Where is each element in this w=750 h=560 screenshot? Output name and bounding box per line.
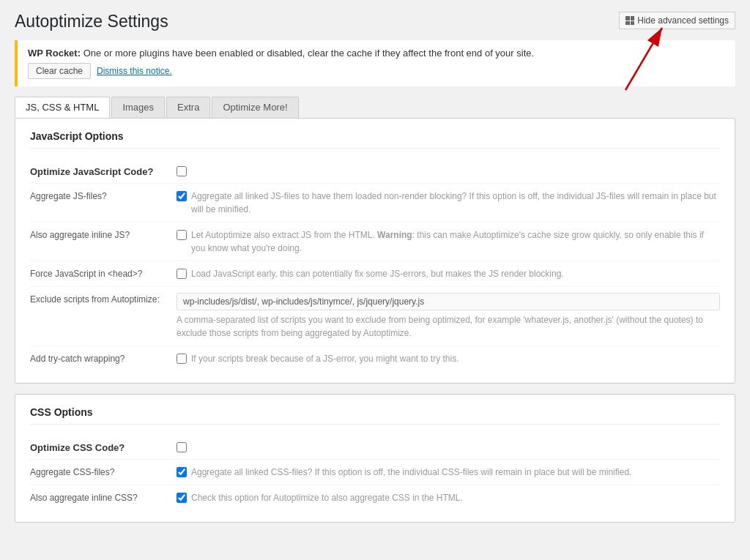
checkbox-aggregate-inline-css[interactable] — [177, 493, 187, 503]
option-optimize-js: Optimize JavaScript Code? — [30, 159, 720, 184]
option-label-aggregate-css: Aggregate CSS-files? — [30, 466, 177, 477]
checkbox-force-js-head[interactable] — [177, 269, 187, 279]
desc-aggregate-inline-js: Let Autoptimize also extract JS from the… — [191, 228, 720, 255]
option-content-optimize-css — [177, 441, 720, 452]
desc-try-catch: If your scripts break because of a JS-er… — [191, 352, 458, 365]
tab-extra[interactable]: Extra — [166, 97, 210, 118]
option-label-aggregate-js: Aggregate JS-files? — [30, 190, 177, 201]
option-label-optimize-css: Optimize CSS Code? — [30, 441, 177, 453]
checkbox-wrap-inline-css: Check this option for Autoptimize to als… — [177, 491, 720, 504]
input-wrap-exclude-scripts: A comma-separated list of scripts you wa… — [177, 293, 720, 340]
option-force-js-head: Force JavaScript in <head>? Load JavaScr… — [30, 261, 720, 287]
page-header: Autoptimize Settings Hide advanced setti… — [15, 12, 735, 31]
tabs-nav: JS, CSS & HTML Images Extra Optimize Mor… — [15, 97, 735, 118]
tab-optimize-more[interactable]: Optimize More! — [212, 97, 298, 118]
option-label-exclude-scripts: Exclude scripts from Autoptimize: — [30, 293, 177, 305]
checkbox-try-catch[interactable] — [177, 354, 187, 364]
hide-advanced-label: Hide advanced settings — [637, 15, 729, 26]
option-aggregate-inline-js: Also aggregate inline JS? Let Autoptimiz… — [30, 223, 720, 261]
dismiss-notice-link[interactable]: Dismiss this notice. — [97, 66, 172, 76]
css-section-title: CSS Options — [30, 406, 720, 425]
desc-aggregate-inline-css: Check this option for Autoptimize to als… — [191, 491, 463, 504]
javascript-section-title: JavaScript Options — [30, 130, 720, 149]
option-try-catch: Add try-catch wrapping? If your scripts … — [30, 346, 720, 371]
option-content-optimize-js — [177, 165, 720, 176]
desc-aggregate-css: Aggregate all linked CSS-files? If this … — [191, 466, 631, 479]
checkbox-optimize-css[interactable] — [177, 442, 187, 452]
option-content-aggregate-css: Aggregate all linked CSS-files? If this … — [177, 466, 720, 479]
notice-plugin-name: WP Rocket: — [28, 48, 81, 59]
checkbox-wrap-force-js: Load JavaScript early, this can potentia… — [177, 267, 720, 280]
checkbox-aggregate-inline-js[interactable] — [177, 230, 187, 240]
checkbox-wrap-try-catch: If your scripts break because of a JS-er… — [177, 352, 720, 365]
desc-aggregate-js: Aggregate all linked JS-files to have th… — [191, 190, 720, 216]
option-label-optimize-js: Optimize JavaScript Code? — [30, 165, 177, 177]
option-label-aggregate-inline-js: Also aggregate inline JS? — [30, 228, 177, 240]
desc-exclude-scripts: A comma-separated list of scripts you wa… — [177, 313, 720, 340]
option-optimize-css: Optimize CSS Code? — [30, 435, 720, 460]
page-wrapper: Autoptimize Settings Hide advanced setti… — [15, 12, 735, 523]
option-content-aggregate-js: Aggregate all linked JS-files to have th… — [177, 190, 720, 216]
tab-js-css-html[interactable]: JS, CSS & HTML — [15, 97, 110, 118]
checkbox-optimize-js[interactable] — [177, 166, 187, 176]
css-options-section: CSS Options Optimize CSS Code? Aggregate… — [15, 394, 735, 523]
option-label-aggregate-inline-css: Also aggregate inline CSS? — [30, 491, 177, 503]
javascript-options-section: JavaScript Options Optimize JavaScript C… — [15, 118, 735, 384]
checkbox-wrap-aggregate-css: Aggregate all linked CSS-files? If this … — [177, 466, 720, 479]
checkbox-wrap-aggregate-js: Aggregate all linked JS-files to have th… — [177, 190, 720, 216]
hide-advanced-button[interactable]: Hide advanced settings — [619, 12, 735, 29]
notice-box: WP Rocket: One or more plugins have been… — [15, 40, 735, 86]
checkbox-aggregate-css[interactable] — [177, 467, 187, 477]
notice-message: One or more plugins have been enabled or… — [83, 48, 534, 59]
page-title: Autoptimize Settings — [15, 12, 168, 31]
desc-force-js-head: Load JavaScript early, this can potentia… — [191, 267, 564, 280]
notice-text: WP Rocket: One or more plugins have been… — [28, 48, 725, 59]
checkbox-aggregate-js[interactable] — [177, 191, 187, 201]
option-content-aggregate-inline-css: Check this option for Autoptimize to als… — [177, 491, 720, 504]
option-exclude-scripts: Exclude scripts from Autoptimize: A comm… — [30, 287, 720, 346]
option-aggregate-js: Aggregate JS-files? Aggregate all linked… — [30, 184, 720, 223]
option-label-force-js-head: Force JavaScript in <head>? — [30, 267, 177, 279]
option-content-aggregate-inline-js: Let Autoptimize also extract JS from the… — [177, 228, 720, 255]
option-content-exclude-scripts: A comma-separated list of scripts you wa… — [177, 293, 720, 340]
option-content-force-js-head: Load JavaScript early, this can potentia… — [177, 267, 720, 280]
option-label-try-catch: Add try-catch wrapping? — [30, 352, 177, 364]
input-exclude-scripts[interactable] — [177, 293, 720, 310]
grid-icon — [625, 16, 634, 25]
notice-actions: Clear cache Dismiss this notice. — [28, 63, 725, 79]
tab-images[interactable]: Images — [111, 97, 165, 118]
checkbox-wrap-inline-js: Let Autoptimize also extract JS from the… — [177, 228, 720, 255]
option-aggregate-inline-css: Also aggregate inline CSS? Check this op… — [30, 485, 720, 510]
option-content-try-catch: If your scripts break because of a JS-er… — [177, 352, 720, 365]
clear-cache-button[interactable]: Clear cache — [28, 63, 91, 79]
option-aggregate-css: Aggregate CSS-files? Aggregate all linke… — [30, 460, 720, 485]
